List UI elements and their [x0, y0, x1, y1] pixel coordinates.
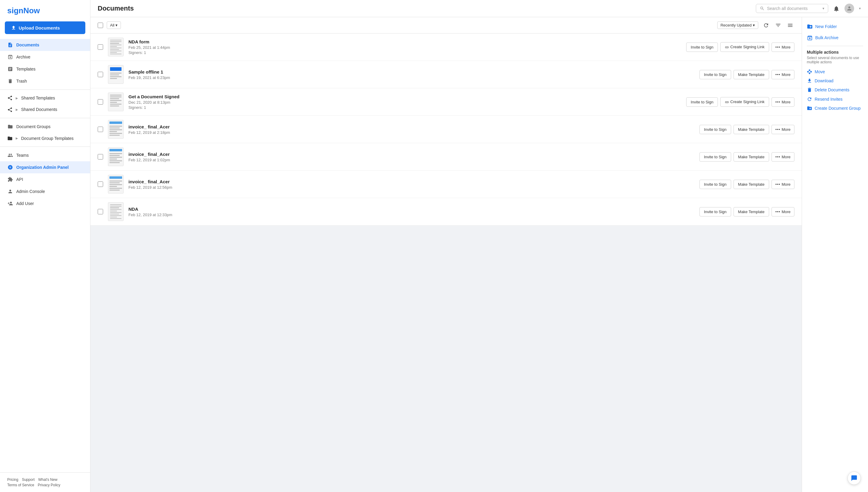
notifications-icon[interactable]	[833, 5, 840, 12]
make-template-button[interactable]: Make Template	[734, 207, 769, 217]
resend-icon	[807, 96, 812, 102]
doc-rows-container: NDA formFeb 25, 2021 at 1:44pmSigners: 1…	[91, 33, 802, 225]
avatar-dropdown[interactable]: ▾	[859, 6, 861, 10]
upload-button-label: Upload Documents	[19, 25, 60, 30]
search-box[interactable]: ▾	[756, 4, 828, 13]
delete-action[interactable]: Delete Documents	[807, 87, 863, 93]
doc-actions: Invite to SignMake Template••• More	[699, 70, 794, 79]
doc-checkbox[interactable]	[98, 127, 103, 132]
invite-to-sign-button[interactable]: Invite to Sign	[686, 97, 718, 107]
sidebar-item-org-admin-label: Organization Admin Panel	[16, 165, 69, 170]
delete-label: Delete Documents	[815, 88, 849, 92]
more-button[interactable]: ••• More	[771, 43, 794, 52]
create-signing-link-button[interactable]: Create Signing Link	[720, 97, 769, 107]
filter-icon[interactable]	[774, 21, 783, 29]
toolbar: All ▾ Recently Updated ▾	[91, 17, 802, 33]
make-template-button[interactable]: Make Template	[734, 70, 769, 79]
download-action[interactable]: Download	[807, 78, 863, 83]
search-dropdown-icon[interactable]: ▾	[822, 6, 824, 10]
chat-button[interactable]	[847, 471, 861, 485]
more-button[interactable]: ••• More	[771, 125, 794, 134]
doc-checkbox[interactable]	[98, 72, 103, 77]
doc-group-templates-icon	[7, 136, 13, 141]
sidebar-item-document-group-templates[interactable]: ▶ Document Group Templates	[0, 133, 90, 144]
more-button[interactable]: ••• More	[771, 207, 794, 217]
doc-signers: Signers: 1	[128, 105, 681, 110]
select-all-checkbox[interactable]	[98, 23, 103, 28]
doc-info: NDA formFeb 25, 2021 at 1:44pmSigners: 1	[128, 39, 681, 55]
invite-to-sign-button[interactable]: Invite to Sign	[699, 152, 731, 162]
sidebar-item-document-groups[interactable]: Document Groups	[0, 121, 90, 133]
doc-checkbox[interactable]	[98, 154, 103, 159]
api-icon	[7, 176, 13, 182]
sidebar-item-add-user[interactable]: Add User	[0, 197, 90, 210]
filter-dropdown-icon: ▾	[116, 23, 118, 27]
new-folder-action[interactable]: New Folder	[807, 23, 863, 29]
doc-checkbox[interactable]	[98, 181, 103, 187]
invite-to-sign-button[interactable]: Invite to Sign	[699, 125, 731, 134]
doc-actions: Invite to SignCreate Signing Link••• Mor…	[686, 42, 794, 52]
search-input[interactable]	[767, 6, 820, 11]
doc-name: Get a Document Signed	[128, 94, 681, 99]
sidebar-item-documents[interactable]: Documents	[0, 39, 90, 51]
doc-checkbox[interactable]	[98, 44, 103, 50]
create-signing-link-button[interactable]: Create Signing Link	[720, 42, 769, 52]
pricing-link[interactable]: Pricing	[7, 477, 18, 482]
privacy-link[interactable]: Privacy Policy	[38, 483, 60, 487]
doc-checkbox[interactable]	[98, 209, 103, 214]
doc-actions: Invite to SignCreate Signing Link••• Mor…	[686, 97, 794, 107]
move-action[interactable]: Move	[807, 69, 863, 74]
terms-link[interactable]: Terms of Service	[7, 483, 34, 487]
doc-date: Feb 12, 2019 at 12:33pm	[128, 213, 695, 217]
sidebar-item-org-admin[interactable]: Organization Admin Panel	[0, 161, 90, 173]
make-template-button[interactable]: Make Template	[734, 152, 769, 162]
sort-dropdown-icon: ▾	[753, 23, 755, 27]
more-button[interactable]: ••• More	[771, 70, 794, 79]
whats-new-link[interactable]: What's New	[38, 477, 57, 482]
sidebar-item-admin-console[interactable]: Admin Console	[0, 186, 90, 197]
doc-actions: Invite to SignMake Template••• More	[699, 125, 794, 134]
sort-button[interactable]: Recently Updated ▾	[717, 21, 758, 29]
sidebar-item-shared-templates[interactable]: ▶ Shared Templates	[0, 92, 90, 104]
refresh-icon[interactable]	[762, 21, 770, 29]
sidebar-item-teams[interactable]: Teams	[0, 149, 90, 161]
make-template-button[interactable]: Make Template	[734, 180, 769, 189]
sidebar-item-trash[interactable]: Trash	[0, 75, 90, 87]
nav-divider-1	[0, 90, 90, 90]
make-template-button[interactable]: Make Template	[734, 125, 769, 134]
sidebar-item-archive[interactable]: Archive	[0, 51, 90, 63]
doc-info: invoice_ final_AcerFeb 12, 2019 at 12:56…	[128, 179, 695, 190]
view-icon[interactable]	[786, 21, 794, 29]
create-group-action[interactable]: Create Document Group	[807, 105, 863, 111]
templates-icon	[7, 66, 13, 72]
right-panel: New Folder Bulk Archive Multiple actions…	[802, 17, 868, 492]
create-group-icon	[807, 105, 812, 111]
sidebar-item-archive-label: Archive	[16, 54, 30, 59]
invite-to-sign-button[interactable]: Invite to Sign	[699, 207, 731, 217]
support-link[interactable]: Support	[22, 477, 35, 482]
more-button[interactable]: ••• More	[771, 180, 794, 189]
bulk-archive-icon	[807, 34, 813, 41]
more-button[interactable]: ••• More	[771, 152, 794, 162]
sidebar-item-shared-documents[interactable]: ▶ Shared Documents	[0, 104, 90, 115]
invite-to-sign-button[interactable]: Invite to Sign	[686, 43, 718, 52]
invite-to-sign-button[interactable]: Invite to Sign	[699, 70, 731, 79]
download-label: Download	[815, 78, 833, 83]
invite-to-sign-button[interactable]: Invite to Sign	[699, 180, 731, 189]
more-button[interactable]: ••• More	[771, 97, 794, 107]
doc-checkbox[interactable]	[98, 99, 103, 105]
sidebar: signNow Upload Documents Documents Archi…	[0, 0, 91, 492]
doc-date: Feb 12, 2019 at 2:18pm	[128, 130, 695, 135]
sidebar-item-api[interactable]: API	[0, 173, 90, 186]
filter-dropdown[interactable]: All ▾	[107, 21, 121, 29]
bulk-archive-action[interactable]: Bulk Archive	[807, 34, 863, 41]
table-row: Get a Document SignedDec 21, 2020 at 8:1…	[91, 88, 802, 116]
table-row: NDA formFeb 25, 2021 at 1:44pmSigners: 1…	[91, 33, 802, 61]
sidebar-item-templates[interactable]: Templates	[0, 63, 90, 75]
doc-actions: Invite to SignMake Template••• More	[699, 180, 794, 189]
shared-templates-chevron: ▶	[16, 96, 18, 100]
resend-action[interactable]: Resend Invites	[807, 96, 863, 102]
avatar[interactable]	[844, 4, 854, 13]
new-folder-icon	[807, 23, 813, 29]
upload-documents-button[interactable]: Upload Documents	[5, 21, 85, 34]
